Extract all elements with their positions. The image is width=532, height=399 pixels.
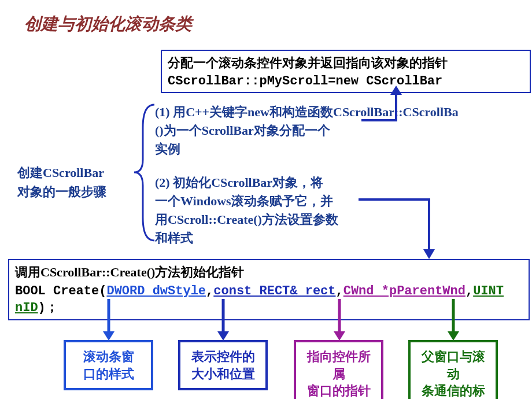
bb4-l2: 条通信的标识	[422, 383, 485, 399]
bb2-l2: 大小和位置	[191, 367, 255, 381]
allocation-box: 分配一个滚动条控件对象并返回指向该对象的指针 CScrollBar::pMySc…	[161, 50, 531, 93]
create-prefix: BOOL Create(	[15, 284, 106, 298]
steps-label-l1: 创建CScrollBar	[17, 165, 104, 180]
box1-line1: 分配一个滚动条控件对象并返回指向该对象的指针	[168, 54, 524, 72]
desc-nid: 父窗口与滚动 条通信的标识	[408, 340, 498, 399]
step1-l1: (1) 用C++关键字new和构造函数CScrollBar::CScrollBa	[155, 105, 459, 119]
bb4-l1: 父窗口与滚动	[422, 349, 485, 381]
step2: (2) 初始化CScrollBar对象，将 一个Windows滚动条赋予它，并 …	[155, 173, 338, 247]
step2-l3: 用CScroll::Create()方法设置参数	[155, 212, 338, 227]
bb2-l1: 表示控件的	[191, 349, 255, 364]
bb1-l1: 滚动条窗	[83, 349, 134, 364]
step1-l3: 实例	[155, 142, 180, 156]
bb1-l2: 口的样式	[83, 367, 134, 381]
arrow-p1	[102, 299, 119, 344]
steps-label-l2: 对象的一般步骤	[17, 184, 106, 199]
step1-l2: ()为一个ScrollBar对象分配一个	[155, 123, 330, 138]
arrow-p3	[332, 299, 350, 344]
step2-l1: (2) 初始化CScrollBar对象，将	[155, 175, 323, 190]
param-pwnd: CWnd *pParentWnd	[343, 284, 466, 298]
bb3-l2: 窗口的指针	[307, 383, 371, 398]
arrow-step2-to-box2	[359, 195, 439, 261]
bb3-l1: 指向控件所属	[307, 349, 371, 381]
steps-label: 创建CScrollBar 对象的一般步骤	[17, 163, 106, 201]
arrow-p4	[446, 299, 464, 344]
param-rect: const RECT& rect	[213, 284, 335, 298]
desc-pwnd: 指向控件所属 窗口的指针	[294, 340, 383, 399]
step2-l4: 和样式	[155, 231, 193, 245]
desc-rect: 表示控件的 大小和位置	[178, 340, 268, 390]
slide-title: 创建与初始化滚动条类	[24, 13, 192, 36]
box2-line1: 调用CScrollBar::Create()方法初始化指针	[15, 264, 523, 281]
step2-l2: 一个Windows滚动条赋予它，并	[155, 194, 333, 208]
arrow-p2	[216, 299, 234, 344]
desc-dwstyle: 滚动条窗 口的样式	[64, 340, 153, 390]
param-dwstyle: DWORD dwStyle	[106, 284, 206, 298]
arrow-step1-to-box1	[361, 86, 408, 123]
box1-line2: CScrollBar::pMyScroll=new CScrollBar	[168, 74, 524, 88]
step1: (1) 用C++关键字new和构造函数CScrollBar::CScrollBa…	[155, 103, 532, 158]
